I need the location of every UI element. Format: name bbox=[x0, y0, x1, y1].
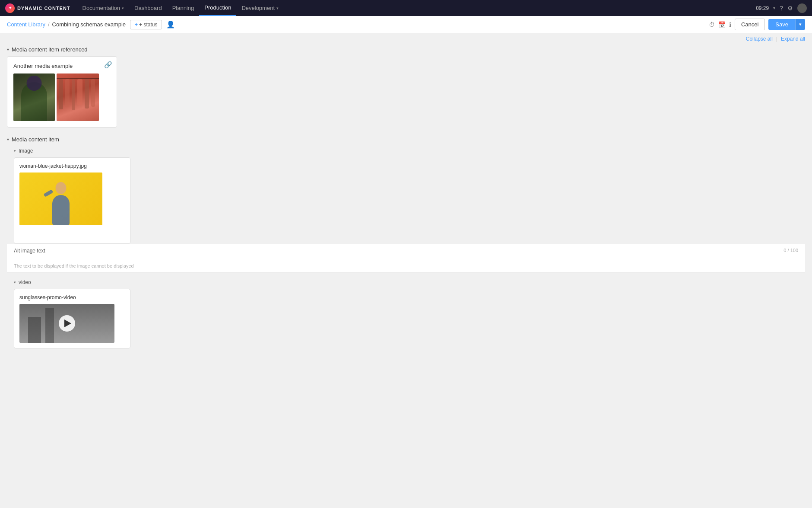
breadcrumb-right-actions: ⏱ 📅 ℹ Cancel Save ▾ bbox=[709, 19, 805, 30]
cancel-button[interactable]: Cancel bbox=[735, 19, 765, 30]
subsection-video: ▾ video sunglasses-promo-video bbox=[7, 278, 805, 348]
alt-text-count: 0 / 100 bbox=[783, 248, 798, 253]
section-media-item-toggle-icon: ▾ bbox=[7, 137, 9, 142]
alt-text-input[interactable] bbox=[14, 255, 273, 263]
info-icon[interactable]: ℹ bbox=[729, 21, 731, 28]
subsection-video-label: video bbox=[19, 279, 31, 285]
user-assign-icon[interactable]: 👤 bbox=[166, 20, 175, 29]
alt-text-label: Alt image text bbox=[14, 248, 273, 254]
help-icon[interactable]: ? bbox=[780, 5, 783, 12]
media-referenced-card: 🔗 Another media example bbox=[7, 56, 117, 128]
nav-time: 09:29 bbox=[756, 5, 769, 11]
expand-all-button[interactable]: Expand all bbox=[781, 36, 805, 42]
video-card: sunglasses-promo-video bbox=[14, 289, 130, 348]
section-toggle-icon: ▾ bbox=[7, 47, 9, 52]
app-logo[interactable]: ✦ DYNAMIC CONTENT bbox=[5, 3, 70, 13]
play-triangle-icon bbox=[64, 319, 71, 327]
collapse-expand-separator: | bbox=[776, 36, 777, 42]
save-btn-group: Save ▾ bbox=[768, 19, 805, 30]
section-media-item-label: Media content item bbox=[12, 136, 59, 143]
main-content: Collapse all | Expand all ▾ Media conten… bbox=[0, 33, 812, 508]
breadcrumb-separator: / bbox=[48, 21, 50, 28]
subsection-image: ▾ Image woman-blue-jacket-happy.jpg bbox=[7, 146, 805, 244]
nav-item-planning[interactable]: Planning bbox=[167, 0, 200, 16]
status-plus-icon: + bbox=[135, 22, 138, 28]
image-card: woman-blue-jacket-happy.jpg bbox=[14, 157, 130, 244]
image-filename: woman-blue-jacket-happy.jpg bbox=[19, 163, 125, 169]
subsection-video-header[interactable]: ▾ video bbox=[10, 278, 805, 289]
video-filename: sunglasses-promo-video bbox=[19, 294, 125, 300]
breadcrumb-library-link[interactable]: Content Library bbox=[7, 21, 45, 28]
breadcrumb-current-page: Combining schemas example bbox=[52, 21, 126, 28]
nav-item-dashboard[interactable]: Dashboard bbox=[129, 0, 167, 16]
breadcrumb-bar: Content Library / Combining schemas exam… bbox=[0, 16, 812, 33]
history-icon[interactable]: ⏱ bbox=[709, 21, 715, 28]
fashion-image-2 bbox=[57, 73, 99, 121]
subsection-image-label: Image bbox=[19, 148, 33, 154]
chevron-down-icon-dev: ▾ bbox=[276, 6, 279, 10]
subsection-image-toggle-icon: ▾ bbox=[14, 149, 16, 153]
section-media-referenced: ▾ Media content item referenced 🔗 Anothe… bbox=[0, 45, 812, 134]
chevron-down-icon-time[interactable]: ▾ bbox=[773, 6, 775, 10]
fashion-image-1 bbox=[13, 73, 55, 121]
section-media-item-header[interactable]: ▾ Media content item bbox=[7, 134, 805, 146]
save-dropdown-button[interactable]: ▾ bbox=[795, 19, 805, 30]
save-button[interactable]: Save bbox=[768, 19, 795, 30]
nav-right-actions: 09:29 ▾ ? ⚙ bbox=[756, 3, 807, 13]
media-images-container bbox=[13, 73, 111, 121]
image-preview bbox=[19, 173, 102, 225]
user-avatar[interactable] bbox=[797, 3, 807, 13]
collapse-all-button[interactable]: Collapse all bbox=[746, 36, 773, 42]
alt-text-description: The text to be displayed if the image ca… bbox=[14, 263, 273, 268]
nav-item-production[interactable]: Production bbox=[199, 0, 236, 16]
subsection-video-toggle-icon: ▾ bbox=[14, 280, 16, 284]
video-preview[interactable] bbox=[19, 304, 114, 343]
nav-item-development[interactable]: Development ▾ bbox=[236, 0, 284, 16]
status-button[interactable]: + + status bbox=[130, 20, 162, 29]
calendar-icon[interactable]: 📅 bbox=[718, 21, 726, 28]
media-card-title: Another media example bbox=[13, 63, 111, 69]
top-nav: ✦ DYNAMIC CONTENT Documentation ▾ Dashbo… bbox=[0, 0, 812, 16]
collapse-expand-bar: Collapse all | Expand all bbox=[0, 33, 812, 45]
section-media-referenced-header[interactable]: ▾ Media content item referenced bbox=[7, 45, 805, 56]
video-play-button[interactable] bbox=[59, 315, 75, 332]
alt-text-section: Alt image text The text to be displayed … bbox=[7, 244, 805, 272]
chevron-down-icon: ▾ bbox=[122, 6, 124, 10]
section-media-referenced-label: Media content item referenced bbox=[12, 46, 88, 53]
link-icon[interactable]: 🔗 bbox=[104, 61, 112, 69]
app-logo-icon: ✦ bbox=[5, 3, 15, 13]
subsection-image-header[interactable]: ▾ Image bbox=[10, 146, 805, 157]
section-media-item: ▾ Media content item ▾ Image woman-blue-… bbox=[0, 134, 812, 355]
settings-icon[interactable]: ⚙ bbox=[787, 5, 793, 12]
nav-item-documentation[interactable]: Documentation ▾ bbox=[77, 0, 129, 16]
app-logo-text: DYNAMIC CONTENT bbox=[17, 6, 70, 11]
